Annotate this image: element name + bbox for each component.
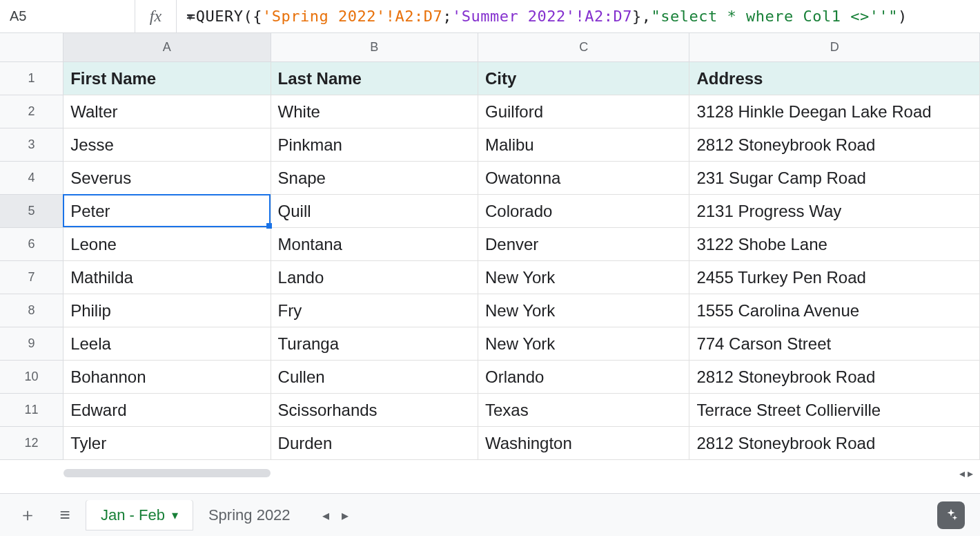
cell[interactable]: 3122 Shobe Lane bbox=[689, 228, 980, 261]
row-header[interactable]: 11 bbox=[0, 394, 63, 427]
cell[interactable]: Malibu bbox=[478, 128, 689, 162]
column-header-B[interactable]: B bbox=[271, 33, 478, 62]
tab-scroll-left-icon[interactable]: ◂ bbox=[322, 507, 329, 524]
formula-token: ( bbox=[243, 8, 253, 25]
cell[interactable]: Washington bbox=[478, 427, 689, 460]
formula-token: { bbox=[253, 8, 262, 25]
cell[interactable]: Tyler bbox=[63, 427, 271, 460]
sheet-tab[interactable]: Spring 2022 bbox=[193, 500, 306, 530]
cell[interactable]: Leone bbox=[63, 228, 271, 261]
sheet-tab-label: Spring 2022 bbox=[208, 506, 291, 524]
formula-bar: ▾ fx =QUERY({'Spring 2022'!A2:D7;'Summer… bbox=[0, 0, 980, 33]
cell[interactable]: Montana bbox=[271, 228, 478, 261]
row-header[interactable]: 1 bbox=[0, 62, 63, 95]
row-header[interactable]: 9 bbox=[0, 327, 63, 361]
row-header[interactable]: 2 bbox=[0, 95, 63, 128]
formula-token: "select * where Col1 <>''" bbox=[651, 8, 898, 25]
fx-icon: fx bbox=[135, 0, 177, 32]
cell[interactable]: Walter bbox=[63, 95, 271, 128]
cell[interactable]: Turanga bbox=[271, 327, 478, 361]
cell[interactable]: Snape bbox=[271, 162, 478, 195]
spreadsheet-grid: ABCD 1First NameLast NameCityAddress2Wal… bbox=[0, 33, 980, 481]
row-header[interactable]: 4 bbox=[0, 162, 63, 195]
scroll-left-icon[interactable]: ◂ bbox=[959, 467, 965, 480]
sheet-tab-label: Jan - Feb bbox=[101, 506, 165, 524]
chevron-down-icon[interactable]: ▾ bbox=[172, 508, 178, 523]
cell[interactable]: Edward bbox=[63, 394, 271, 427]
header-cell[interactable]: First Name bbox=[63, 62, 271, 95]
scrollbar-thumb[interactable] bbox=[63, 469, 271, 477]
all-sheets-button[interactable]: ≡ bbox=[48, 499, 81, 532]
cell[interactable]: Orlando bbox=[478, 361, 689, 394]
row-header[interactable]: 5 bbox=[0, 195, 63, 228]
scrollbar-arrows: ◂ ▸ bbox=[959, 467, 973, 479]
name-box[interactable]: ▾ bbox=[0, 0, 135, 32]
cell[interactable]: White bbox=[271, 95, 478, 128]
cell[interactable]: Bohannon bbox=[63, 361, 271, 394]
formula-token: 'Summer 2022'!A2:D7 bbox=[452, 8, 632, 25]
cell[interactable]: Denver bbox=[478, 228, 689, 261]
row-header[interactable]: 10 bbox=[0, 361, 63, 394]
column-header-D[interactable]: D bbox=[689, 33, 980, 62]
cell[interactable]: New York bbox=[478, 294, 689, 327]
cell[interactable]: Philip bbox=[63, 294, 271, 327]
horizontal-scrollbar[interactable] bbox=[63, 467, 277, 478]
cell[interactable]: Pinkman bbox=[271, 128, 478, 162]
cell[interactable]: 2131 Progress Way bbox=[689, 195, 980, 228]
cell[interactable]: 2812 Stoneybrook Road bbox=[689, 427, 980, 460]
formula-token: ; bbox=[442, 8, 452, 25]
formula-token: 'Spring 2022'!A2:D7 bbox=[262, 8, 442, 25]
row-header[interactable]: 8 bbox=[0, 294, 63, 327]
cell[interactable]: Owatonna bbox=[478, 162, 689, 195]
formula-token: } bbox=[632, 8, 642, 25]
cell[interactable]: New York bbox=[478, 261, 689, 294]
cell[interactable]: Lando bbox=[271, 261, 478, 294]
cell[interactable]: Durden bbox=[271, 427, 478, 460]
sparkle-icon bbox=[943, 508, 959, 523]
column-header-C[interactable]: C bbox=[478, 33, 689, 62]
sheet-tab-bar: ＋ ≡ Jan - Feb▾Spring 2022 ◂ ▸ bbox=[0, 493, 980, 536]
select-all-corner[interactable] bbox=[0, 33, 63, 62]
formula-token: ) bbox=[898, 8, 908, 25]
cell[interactable]: 2455 Turkey Pen Road bbox=[689, 261, 980, 294]
tab-scroll: ◂ ▸ bbox=[322, 507, 349, 524]
cell[interactable]: Guilford bbox=[478, 95, 689, 128]
cell[interactable]: 2812 Stoneybrook Road bbox=[689, 361, 980, 394]
row-header[interactable]: 3 bbox=[0, 128, 63, 162]
add-sheet-button[interactable]: ＋ bbox=[11, 499, 44, 532]
header-cell[interactable]: Address bbox=[689, 62, 980, 95]
explore-button[interactable] bbox=[937, 501, 965, 529]
cell[interactable]: Jesse bbox=[63, 128, 271, 162]
sheet-tab[interactable]: Jan - Feb▾ bbox=[86, 500, 193, 530]
scroll-right-icon[interactable]: ▸ bbox=[968, 467, 973, 480]
row-header[interactable]: 12 bbox=[0, 427, 63, 460]
formula-input[interactable]: =QUERY({'Spring 2022'!A2:D7;'Summer 2022… bbox=[177, 0, 980, 32]
cell[interactable]: Severus bbox=[63, 162, 271, 195]
cell[interactable]: Peter bbox=[63, 195, 271, 228]
cell[interactable]: 231 Sugar Camp Road bbox=[689, 162, 980, 195]
cell[interactable]: 1555 Carolina Avenue bbox=[689, 294, 980, 327]
cell[interactable]: Texas bbox=[478, 394, 689, 427]
cell[interactable]: Scissorhands bbox=[271, 394, 478, 427]
formula-token: =QUERY bbox=[186, 8, 243, 25]
cell[interactable]: 774 Carson Street bbox=[689, 327, 980, 361]
cell[interactable]: Mathilda bbox=[63, 261, 271, 294]
header-cell[interactable]: City bbox=[478, 62, 689, 95]
cell[interactable]: Terrace Street Collierville bbox=[689, 394, 980, 427]
cell[interactable]: Colorado bbox=[478, 195, 689, 228]
column-header-A[interactable]: A bbox=[63, 33, 271, 62]
row-header[interactable]: 7 bbox=[0, 261, 63, 294]
header-cell[interactable]: Last Name bbox=[271, 62, 478, 95]
cell[interactable]: 3128 Hinkle Deegan Lake Road bbox=[689, 95, 980, 128]
cell[interactable]: Cullen bbox=[271, 361, 478, 394]
cell[interactable]: Quill bbox=[271, 195, 478, 228]
row-header[interactable]: 6 bbox=[0, 228, 63, 261]
cell[interactable]: 2812 Stoneybrook Road bbox=[689, 128, 980, 162]
cell[interactable]: Fry bbox=[271, 294, 478, 327]
formula-token: , bbox=[642, 8, 651, 25]
cell[interactable]: Leela bbox=[63, 327, 271, 361]
tab-scroll-right-icon[interactable]: ▸ bbox=[342, 507, 349, 524]
cell[interactable]: New York bbox=[478, 327, 689, 361]
